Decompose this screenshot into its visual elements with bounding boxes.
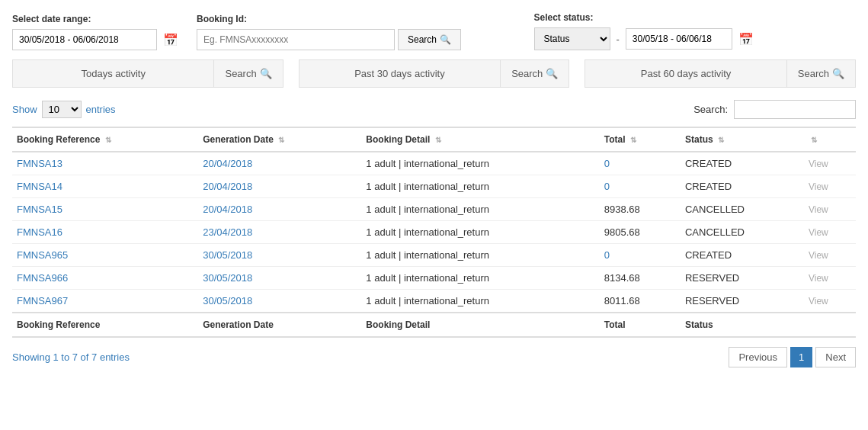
col-total[interactable]: Total ⇅ xyxy=(600,127,681,152)
past-30-activity-button[interactable]: Past 30 days activity xyxy=(299,60,500,87)
cell-date: 23/04/2018 xyxy=(198,221,361,244)
cell-ref: FMNSA16 xyxy=(12,221,198,244)
col-booking-detail[interactable]: Booking Detail ⇅ xyxy=(361,127,599,152)
cell-ref: FMNSA14 xyxy=(12,175,198,198)
booking-date: 20/04/2018 xyxy=(203,158,252,169)
cell-total: 8938.68 xyxy=(600,198,681,221)
cell-action: View xyxy=(804,290,856,313)
cell-total: 8011.68 xyxy=(600,290,681,313)
cell-date: 20/04/2018 xyxy=(198,152,361,175)
view-link[interactable]: View xyxy=(809,296,828,306)
todays-activity-search-button[interactable]: Search 🔍 xyxy=(213,60,282,87)
view-link[interactable]: View xyxy=(809,159,828,169)
cell-date: 30/05/2018 xyxy=(198,267,361,290)
booking-ref-link[interactable]: FMNSA16 xyxy=(17,226,62,238)
calendar-icon[interactable]: 📅 xyxy=(160,30,181,50)
table-row: FMNSA13 20/04/2018 1 adult | internation… xyxy=(12,152,856,175)
todays-search-icon: 🔍 xyxy=(260,68,272,79)
past-30-search-button[interactable]: Search 🔍 xyxy=(500,60,569,87)
date-range-label: Select date range: xyxy=(12,14,181,24)
previous-button[interactable]: Previous xyxy=(729,347,787,367)
todays-activity-button[interactable]: Todays activity xyxy=(13,60,213,87)
booking-ref-link[interactable]: FMNSA965 xyxy=(17,249,68,261)
foot-booking-ref: Booking Reference xyxy=(12,313,198,337)
past-30-search-label: Search xyxy=(511,68,543,79)
status-select[interactable]: Status xyxy=(534,27,610,50)
view-link[interactable]: View xyxy=(809,204,828,215)
foot-generation-date: Generation Date xyxy=(198,313,361,337)
view-link[interactable]: View xyxy=(809,250,828,261)
cell-action: View xyxy=(804,152,856,175)
cell-detail: 1 adult | international_return xyxy=(361,290,599,313)
past-60-search-button[interactable]: Search 🔍 xyxy=(786,60,855,87)
date-range-input[interactable] xyxy=(12,29,157,50)
cell-detail: 1 adult | international_return xyxy=(361,244,599,267)
status-label: Select status: xyxy=(534,12,857,23)
status-date-input[interactable] xyxy=(626,28,732,50)
table-header-row: Booking Reference ⇅ Generation Date ⇅ Bo… xyxy=(12,127,856,152)
booking-ref-link[interactable]: FMNSA15 xyxy=(17,204,62,215)
cell-total: 9805.68 xyxy=(600,221,681,244)
cell-status: CREATED xyxy=(681,175,804,198)
col-booking-ref[interactable]: Booking Reference ⇅ xyxy=(12,127,198,152)
view-link[interactable]: View xyxy=(809,273,828,284)
cell-status: CREATED xyxy=(681,244,804,267)
table-row: FMNSA16 23/04/2018 1 adult | internation… xyxy=(12,221,856,244)
sort-total-icon: ⇅ xyxy=(630,136,636,144)
cell-status: CREATED xyxy=(681,152,804,175)
view-link[interactable]: View xyxy=(809,181,828,192)
cell-status: CANCELLED xyxy=(681,198,804,221)
status-calendar-icon[interactable]: 📅 xyxy=(735,29,757,50)
booking-date: 20/04/2018 xyxy=(203,181,252,192)
booking-ref-link[interactable]: FMNSA967 xyxy=(17,295,68,306)
cell-status: RESERVED xyxy=(681,290,804,313)
pagination-row: Showing 1 to 7 of 7 entries Previous 1 N… xyxy=(12,347,856,367)
entries-label: entries xyxy=(86,104,116,115)
booking-search-label: Search xyxy=(408,34,437,45)
booking-ref-link[interactable]: FMNSA966 xyxy=(17,272,68,284)
col-action[interactable]: ⇅ xyxy=(804,127,856,152)
booking-date: 30/05/2018 xyxy=(203,249,252,261)
foot-total: Total xyxy=(600,313,681,337)
foot-status: Status xyxy=(681,313,804,337)
cell-action: View xyxy=(804,244,856,267)
entries-select[interactable]: 10 25 50 100 xyxy=(42,101,82,118)
booking-id-label: Booking Id: xyxy=(197,14,519,24)
cell-action: View xyxy=(804,175,856,198)
cell-total: 8134.68 xyxy=(600,267,681,290)
booking-date: 30/05/2018 xyxy=(203,272,252,284)
past-30-search-icon: 🔍 xyxy=(546,68,558,79)
col-status[interactable]: Status ⇅ xyxy=(681,127,804,152)
next-button[interactable]: Next xyxy=(815,347,856,367)
view-link[interactable]: View xyxy=(809,227,828,238)
booking-ref-link[interactable]: FMNSA14 xyxy=(17,181,62,192)
cell-date: 20/04/2018 xyxy=(198,198,361,221)
cell-ref: FMNSA15 xyxy=(12,198,198,221)
cell-detail: 1 adult | international_return xyxy=(361,267,599,290)
col-generation-date[interactable]: Generation Date ⇅ xyxy=(198,127,361,152)
sort-action-icon: ⇅ xyxy=(811,136,817,144)
cell-ref: FMNSA965 xyxy=(12,244,198,267)
showing-text: Showing 1 to 7 of 7 entries xyxy=(12,351,130,363)
cell-ref: FMNSA967 xyxy=(12,290,198,313)
booking-id-input[interactable] xyxy=(197,29,395,50)
booking-id-search-button[interactable]: Search 🔍 xyxy=(398,29,461,50)
sort-detail-icon: ⇅ xyxy=(435,136,441,144)
bookings-table: Booking Reference ⇅ Generation Date ⇅ Bo… xyxy=(12,127,856,338)
cell-total: 0 xyxy=(600,244,681,267)
search-box-label: Search: xyxy=(693,104,728,115)
sort-ref-icon: ⇅ xyxy=(105,136,111,144)
table-search-input[interactable] xyxy=(734,100,856,119)
table-row: FMNSA15 20/04/2018 1 adult | internation… xyxy=(12,198,856,221)
booking-ref-link[interactable]: FMNSA13 xyxy=(17,158,62,169)
page-1-button[interactable]: 1 xyxy=(790,347,812,367)
show-entries-control: Show 10 25 50 100 entries xyxy=(12,101,116,118)
dash-separator: - xyxy=(613,34,623,45)
past-60-activity-button[interactable]: Past 60 days activity xyxy=(585,60,786,87)
todays-activity-group: Todays activity Search 🔍 xyxy=(12,59,283,88)
booking-date: 20/04/2018 xyxy=(203,204,252,215)
cell-action: View xyxy=(804,198,856,221)
cell-ref: FMNSA13 xyxy=(12,152,198,175)
past-60-search-icon: 🔍 xyxy=(832,68,844,79)
sort-date-icon: ⇅ xyxy=(278,136,284,144)
